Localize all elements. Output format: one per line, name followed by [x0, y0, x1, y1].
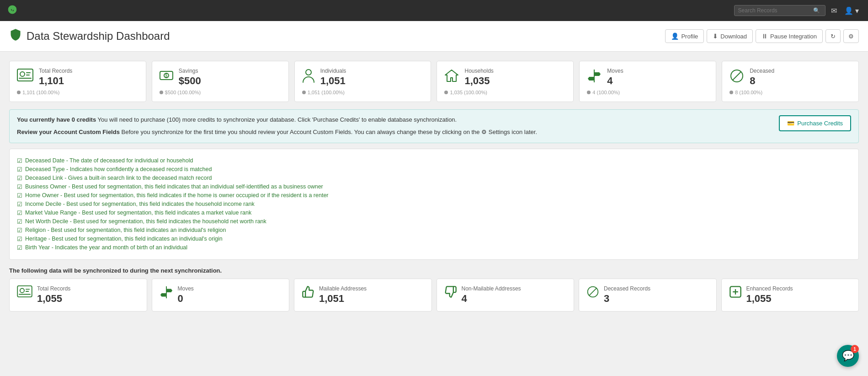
stat-value-total-records: 1,101: [39, 75, 138, 87]
stat-card-households: Households 1,035 1,035 (100.00%): [437, 61, 574, 102]
stat-card-moves: Moves 4 4 (100.00%): [579, 61, 716, 102]
sync-card-value: 1,055: [37, 293, 139, 305]
stat-value-households: 1,035: [464, 75, 566, 87]
stat-dot: [17, 91, 21, 94]
page-title: Data Stewardship Dashboard: [9, 28, 170, 44]
download-button[interactable]: ⬇ Download: [707, 29, 753, 43]
custom-field-item: Deceased Type - Indicates how confidentl…: [17, 165, 851, 174]
svg-rect-2: [26, 72, 31, 73]
stat-label-moves: Moves: [607, 68, 708, 74]
stat-value-moves: 4: [607, 75, 708, 87]
stat-value-savings: $500: [179, 75, 281, 87]
plus-box-icon: [729, 285, 742, 301]
settings-icon: ⚙: [848, 33, 854, 40]
stat-dot: [160, 91, 163, 94]
stat-label-savings: Savings: [179, 68, 281, 74]
credits-text: You will need to purchase (100) more cre…: [98, 116, 457, 123]
svg-point-13: [20, 288, 24, 292]
stat-label-households: Households: [464, 68, 566, 74]
stat-dot: [587, 91, 591, 94]
signpost-icon: [587, 69, 602, 86]
sync-card-label: Deceased Records: [604, 285, 709, 292]
custom-fields-box: Deceased Date - The date of deceased for…: [9, 149, 859, 260]
custom-field-item: Home Owner - Best used for segmentation,…: [17, 191, 851, 200]
sync-card-label: Moves: [178, 285, 282, 292]
stat-sub-moves: 4 (100.00%): [587, 90, 708, 95]
profile-icon: 👤: [671, 32, 679, 40]
header-actions: 👤 Profile ⬇ Download ⏸ Pause Integration…: [665, 29, 859, 43]
pause-icon: ⏸: [761, 32, 768, 40]
stat-dot: [302, 91, 306, 94]
stat-label-total-records: Total Records: [39, 68, 138, 74]
sync-card-label: Mailable Addresses: [319, 285, 424, 292]
custom-fields-bold-text: Review your Account Custom Fields: [17, 129, 120, 135]
custom-field-item: Religion - Best used for segmentation, t…: [17, 226, 851, 235]
user-menu-button[interactable]: 👤 ▾: [842, 5, 861, 17]
refresh-button[interactable]: ↻: [825, 29, 841, 43]
custom-field-item: Birth Year - Indicates the year and mont…: [17, 243, 851, 252]
svg-rect-14: [26, 289, 30, 290]
house-icon: [444, 69, 459, 86]
envelope-button[interactable]: ✉: [829, 5, 839, 17]
sync-card-value: 1,055: [746, 293, 852, 305]
sync-card-mailable-addresses: Mailable Addresses 1,051: [294, 279, 432, 312]
page-header: Data Stewardship Dashboard 👤 Profile ⬇ D…: [0, 21, 868, 52]
svg-point-8: [306, 70, 311, 75]
settings-button[interactable]: ⚙: [843, 29, 859, 43]
sync-card-moves: Moves 0: [152, 279, 290, 312]
sync-card-label: Non-Mailable Addresses: [462, 285, 567, 292]
pause-integration-button[interactable]: ⏸ Pause Integration: [756, 29, 823, 43]
sync-card-enhanced-records: Enhanced Records 1,055: [721, 279, 859, 312]
sync-card-value: 0: [178, 293, 282, 305]
custom-field-item: Deceased Date - The date of deceased for…: [17, 156, 851, 165]
svg-rect-16: [19, 294, 31, 295]
download-icon: ⬇: [713, 32, 718, 40]
purchase-credits-button[interactable]: 💳 Purchase Credits: [779, 115, 851, 131]
custom-fields-text: Before you synchronize for the first tim…: [122, 129, 537, 135]
stat-label-individuals: Individuals: [320, 68, 424, 74]
sync-card-value: 1,051: [319, 293, 424, 305]
sync-card-deceased-records: Deceased Records 3: [579, 279, 717, 312]
info-banner: You currently have 0 credits You will ne…: [9, 109, 859, 143]
stat-sub-savings: $500 (100.00%): [160, 90, 281, 95]
credits-bold-text: You currently have 0 credits: [17, 116, 96, 123]
sync-section: The following data will be synchronized …: [9, 267, 859, 312]
thumbs-down-icon: [444, 285, 457, 301]
custom-field-item: Business Owner - Best used for segmentat…: [17, 183, 851, 191]
signpost-icon: [160, 285, 173, 302]
dollar-icon: $: [160, 69, 173, 86]
stat-card-savings: $ Savings $500 $500 (100.00%): [152, 61, 289, 102]
ban-icon: [730, 69, 744, 86]
svg-point-1: [20, 72, 25, 76]
sync-card-value: 3: [604, 293, 709, 305]
stat-card-deceased: Deceased 8 8 (100.00%): [722, 61, 859, 102]
dashboard-title: Data Stewardship Dashboard: [27, 30, 170, 43]
sync-card-label: Total Records: [37, 285, 139, 292]
sync-card-value: 4: [462, 293, 567, 305]
search-input[interactable]: [738, 7, 811, 14]
stat-dot: [444, 91, 448, 94]
custom-field-item: Heritage - Best used for segmentation, t…: [17, 235, 851, 243]
svg-rect-0: [17, 69, 33, 81]
top-nav-right: 🔍 ✉ 👤 ▾: [734, 5, 861, 17]
stat-label-deceased: Deceased: [750, 68, 851, 74]
credit-card-icon: 💳: [787, 120, 794, 127]
search-box[interactable]: 🔍: [734, 5, 825, 16]
app-logo: [7, 5, 17, 17]
id-card-icon: [17, 69, 33, 85]
svg-rect-9: [594, 70, 595, 82]
id-card-icon: [17, 285, 32, 301]
sync-card-total-records: Total Records 1,055: [9, 279, 147, 312]
svg-line-11: [733, 72, 741, 80]
stat-card-individuals: Individuals 1,051 1,051 (100.00%): [294, 61, 431, 102]
profile-button[interactable]: 👤 Profile: [665, 29, 704, 43]
main-content: Total Records 1,101 1,101 (100.00%) $: [0, 52, 868, 321]
stat-sub-individuals: 1,051 (100.00%): [302, 90, 424, 95]
stat-dot: [730, 91, 733, 94]
stat-value-individuals: 1,051: [320, 75, 424, 87]
custom-field-item: Deceased Link - Gives a built-in search …: [17, 174, 851, 183]
custom-field-item: Net Worth Decile - Best used for segment…: [17, 217, 851, 226]
stat-sub-households: 1,035 (100.00%): [444, 90, 566, 95]
svg-rect-15: [26, 291, 29, 292]
svg-line-19: [589, 288, 596, 295]
